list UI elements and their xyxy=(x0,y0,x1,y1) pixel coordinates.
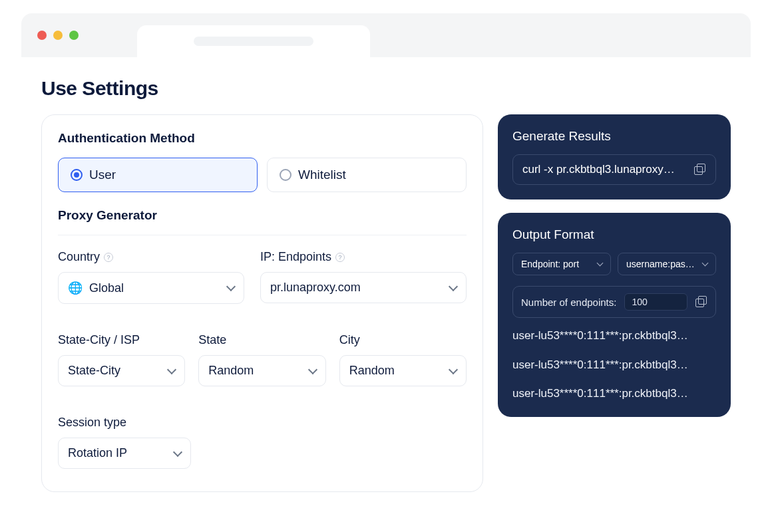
settings-card: Authentication Method User Whitelist Pro… xyxy=(41,114,483,492)
app-window: Use Settings Authentication Method User … xyxy=(21,13,751,532)
city-value: Random xyxy=(349,364,395,378)
list-item: user-lu53****0:111***:pr.ckbtbql3… xyxy=(512,385,716,402)
chevron-down-icon xyxy=(226,282,236,291)
output-list: user-lu53****0:111***:pr.ckbtbql3… user-… xyxy=(512,327,716,402)
field-city: City Random xyxy=(339,333,467,386)
chevron-down-icon xyxy=(449,281,458,291)
titlebar xyxy=(21,13,751,57)
chevron-down-icon xyxy=(308,364,317,374)
field-endpoints: IP: Endpoints ? pr.lunaproxy.com xyxy=(260,250,467,304)
auth-heading: Authentication Method xyxy=(58,131,467,146)
radio-icon xyxy=(71,169,83,181)
auth-option-user-label: User xyxy=(89,168,116,182)
radio-icon xyxy=(280,169,291,181)
country-select[interactable]: 🌐 Global xyxy=(58,272,244,304)
state-city-isp-select[interactable]: State-City xyxy=(58,355,185,386)
state-select[interactable]: Random xyxy=(198,355,325,386)
format-credentials-value: username:passwor… xyxy=(626,259,699,269)
field-session: Session type Rotation IP xyxy=(58,416,191,469)
list-item: user-lu53****0:111***:pr.ckbtbql3… xyxy=(512,356,716,374)
maximize-window-icon[interactable] xyxy=(69,31,79,40)
session-value: Rotation IP xyxy=(68,446,127,460)
endpoints-count-row: Number of endpoints: xyxy=(512,286,716,318)
results-command: curl -x pr.ckbtbql3.lunaproxy… xyxy=(522,163,687,176)
proxy-heading: Proxy Generator xyxy=(58,208,467,235)
minimize-window-icon[interactable] xyxy=(53,31,63,40)
auth-option-whitelist[interactable]: Whitelist xyxy=(267,158,467,192)
endpoints-count-label: Number of endpoints: xyxy=(521,297,616,308)
endpoints-value: pr.lunaproxy.com xyxy=(270,281,361,295)
format-row: Endpoint: port username:passwor… xyxy=(512,253,716,275)
copy-icon[interactable] xyxy=(694,164,706,176)
state-city-isp-label: State-City / ISP xyxy=(58,333,185,347)
traffic-lights xyxy=(37,31,79,40)
chevron-down-icon xyxy=(597,260,604,267)
state-value: Random xyxy=(208,364,254,378)
field-country: Country ? 🌐 Global xyxy=(58,250,244,304)
chevron-down-icon xyxy=(449,364,458,374)
format-endpoint-select[interactable]: Endpoint: port xyxy=(512,253,611,275)
format-endpoint-value: Endpoint: port xyxy=(521,259,579,269)
endpoints-label-text: IP: Endpoints xyxy=(260,250,331,264)
globe-icon: 🌐 xyxy=(68,281,83,295)
session-label: Session type xyxy=(58,416,191,430)
city-select[interactable]: Random xyxy=(339,355,467,386)
right-column: Generate Results curl -x pr.ckbtbql3.lun… xyxy=(498,114,731,417)
chevron-down-icon xyxy=(702,260,709,267)
columns: Authentication Method User Whitelist Pro… xyxy=(41,114,731,492)
content-area: Use Settings Authentication Method User … xyxy=(21,57,751,532)
session-select[interactable]: Rotation IP xyxy=(58,438,191,469)
state-city-isp-value: State-City xyxy=(68,364,120,378)
auth-radio-group: User Whitelist xyxy=(58,158,467,192)
endpoints-label: IP: Endpoints ? xyxy=(260,250,467,264)
state-label: State xyxy=(198,333,325,347)
output-format-card: Output Format Endpoint: port username:pa… xyxy=(498,213,731,417)
chevron-down-icon xyxy=(167,364,176,374)
generate-results-card: Generate Results curl -x pr.ckbtbql3.lun… xyxy=(498,114,731,200)
tab-title-skeleton xyxy=(194,37,313,46)
country-label-text: Country xyxy=(58,250,100,264)
country-value: Global xyxy=(89,281,124,295)
country-label: Country ? xyxy=(58,250,244,264)
auth-option-whitelist-label: Whitelist xyxy=(298,168,346,182)
format-credentials-select[interactable]: username:passwor… xyxy=(618,253,716,275)
proxy-fields: Country ? 🌐 Global xyxy=(58,250,467,469)
field-state-city-isp: State-City / ISP State-City xyxy=(58,333,185,386)
results-box: curl -x pr.ckbtbql3.lunaproxy… xyxy=(512,154,716,185)
city-label: City xyxy=(339,333,467,347)
endpoints-count-input[interactable] xyxy=(624,293,687,311)
list-item: user-lu53****0:111***:pr.ckbtbql3… xyxy=(512,327,716,344)
info-icon[interactable]: ? xyxy=(104,253,113,262)
output-heading: Output Format xyxy=(512,227,716,242)
browser-tab[interactable] xyxy=(137,25,370,57)
page-title: Use Settings xyxy=(41,77,731,100)
auth-option-user[interactable]: User xyxy=(58,158,258,192)
results-heading: Generate Results xyxy=(512,129,716,144)
field-state: State Random xyxy=(198,333,325,386)
close-window-icon[interactable] xyxy=(37,31,47,40)
info-icon[interactable]: ? xyxy=(335,253,345,262)
chevron-down-icon xyxy=(173,447,182,456)
endpoints-select[interactable]: pr.lunaproxy.com xyxy=(260,272,467,303)
copy-icon[interactable] xyxy=(695,296,707,308)
